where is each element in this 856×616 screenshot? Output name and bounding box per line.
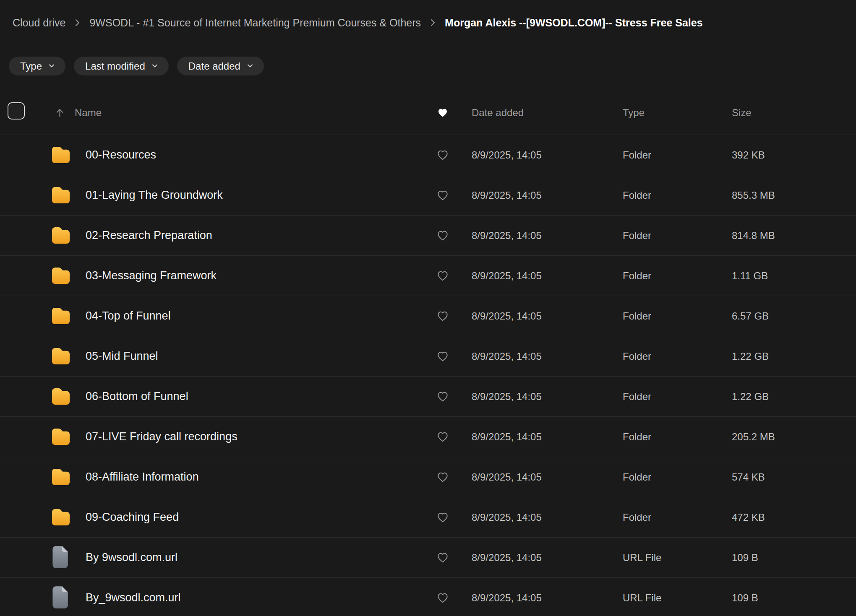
item-name: 04-Top of Funnel <box>73 309 437 322</box>
filter-type-label: Type <box>20 60 42 72</box>
favorite-heart-icon[interactable] <box>437 471 449 483</box>
folder-icon <box>51 226 71 245</box>
item-size: 109 B <box>732 552 856 564</box>
chevron-down-icon <box>246 60 254 72</box>
table-row[interactable]: 06-Bottom of Funnel 8/9/2025, 14:05 Fold… <box>0 376 856 416</box>
favorite-heart-icon[interactable] <box>437 431 449 443</box>
breadcrumb: Cloud drive 9WSODL - #1 Source of Intern… <box>13 15 848 31</box>
item-name: By 9wsodl.com.url <box>73 551 437 564</box>
item-name: 09-Coaching Feed <box>73 511 437 524</box>
item-size: 574 KB <box>732 471 856 483</box>
breadcrumb-item-parent-folder[interactable]: 9WSODL - #1 Source of Internet Marketing… <box>89 17 421 29</box>
table-row[interactable]: 04-Top of Funnel 8/9/2025, 14:05 Folder … <box>0 296 856 336</box>
table-header: Name Date added Type Size <box>0 96 856 135</box>
item-type: URL File <box>623 592 732 604</box>
favorite-heart-icon[interactable] <box>437 310 449 322</box>
table-row[interactable]: 00-Resources 8/9/2025, 14:05 Folder 392 … <box>0 135 856 175</box>
item-size: 814.8 MB <box>732 230 856 242</box>
table-row[interactable]: 05-Mid Funnel 8/9/2025, 14:05 Folder 1.2… <box>0 336 856 376</box>
folder-icon <box>51 145 71 165</box>
file-icon <box>51 585 69 610</box>
file-table: Name Date added Type Size 00-Resources <box>0 96 856 616</box>
favorite-heart-icon[interactable] <box>437 190 449 201</box>
filter-type-button[interactable]: Type <box>9 57 65 75</box>
item-type: Folder <box>623 310 732 322</box>
favorite-heart-icon[interactable] <box>437 351 449 362</box>
item-size: 1.11 GB <box>732 270 856 282</box>
favorite-heart-icon[interactable] <box>437 512 449 523</box>
item-type: Folder <box>623 351 732 362</box>
chevron-right-icon <box>74 18 81 28</box>
folder-icon <box>51 346 71 366</box>
item-name: 01-Laying The Groundwork <box>73 189 437 202</box>
item-size: 472 KB <box>732 512 856 523</box>
item-name: 03-Messaging Framework <box>73 269 437 282</box>
item-name: 06-Bottom of Funnel <box>73 390 437 403</box>
item-size: 392 KB <box>732 149 856 161</box>
filter-last-modified-button[interactable]: Last modified <box>74 57 169 75</box>
chevron-down-icon <box>151 60 159 72</box>
item-type: Folder <box>623 230 732 242</box>
item-name: 08-Affiliate Information <box>73 470 437 483</box>
column-header-name[interactable]: Name <box>75 107 437 119</box>
table-row[interactable]: 09-Coaching Feed 8/9/2025, 14:05 Folder … <box>0 497 856 537</box>
item-type: Folder <box>623 512 732 523</box>
item-date-added: 8/9/2025, 14:05 <box>472 431 623 443</box>
item-type: Folder <box>623 149 732 161</box>
item-size: 109 B <box>732 592 856 604</box>
folder-icon <box>51 427 71 447</box>
folder-icon <box>51 306 71 326</box>
item-date-added: 8/9/2025, 14:05 <box>472 270 623 282</box>
folder-icon <box>51 507 71 527</box>
item-date-added: 8/9/2025, 14:05 <box>472 190 623 201</box>
column-header-size[interactable]: Size <box>732 107 856 119</box>
item-size: 1.22 GB <box>732 391 856 403</box>
sort-ascending-icon[interactable] <box>55 108 73 118</box>
favorite-heart-icon[interactable] <box>437 270 449 282</box>
breadcrumb-item-current-folder: Morgan Alexis --[9WSODL.COM]-- Stress Fr… <box>445 17 702 29</box>
heart-icon <box>437 107 448 119</box>
table-row[interactable]: 01-Laying The Groundwork 8/9/2025, 14:05… <box>0 175 856 215</box>
item-date-added: 8/9/2025, 14:05 <box>472 512 623 523</box>
item-type: Folder <box>623 270 732 282</box>
column-header-type[interactable]: Type <box>623 107 732 119</box>
filter-date-added-button[interactable]: Date added <box>177 57 264 75</box>
table-row[interactable]: 08-Affiliate Information 8/9/2025, 14:05… <box>0 457 856 497</box>
favorite-heart-icon[interactable] <box>437 592 449 604</box>
item-name: 00-Resources <box>73 148 437 161</box>
item-name: By_9wsodl.com.url <box>73 591 437 604</box>
table-row[interactable]: 07-LIVE Friday call recordings 8/9/2025,… <box>0 416 856 457</box>
favorite-heart-icon[interactable] <box>437 391 449 403</box>
filter-last-modified-label: Last modified <box>85 60 145 72</box>
table-row[interactable]: By 9wsodl.com.url 8/9/2025, 14:05 URL Fi… <box>0 537 856 577</box>
item-name: 02-Research Preparation <box>73 229 437 242</box>
filter-bar: Type Last modified Date added <box>9 57 264 75</box>
column-header-date-added[interactable]: Date added <box>472 107 623 119</box>
file-icon <box>51 545 69 570</box>
table-row[interactable]: By_9wsodl.com.url 8/9/2025, 14:05 URL Fi… <box>0 577 856 616</box>
item-name: 05-Mid Funnel <box>73 350 437 363</box>
item-type: Folder <box>623 391 732 403</box>
item-type: Folder <box>623 431 732 443</box>
filter-date-added-label: Date added <box>188 60 240 72</box>
item-date-added: 8/9/2025, 14:05 <box>472 552 623 564</box>
breadcrumb-item-cloud-drive[interactable]: Cloud drive <box>13 17 65 29</box>
favorite-heart-icon[interactable] <box>437 552 449 564</box>
item-size: 855.3 MB <box>732 190 856 201</box>
folder-icon <box>51 266 71 286</box>
item-date-added: 8/9/2025, 14:05 <box>472 592 623 604</box>
table-row[interactable]: 02-Research Preparation 8/9/2025, 14:05 … <box>0 215 856 255</box>
favorite-heart-icon[interactable] <box>437 230 449 242</box>
table-row[interactable]: 03-Messaging Framework 8/9/2025, 14:05 F… <box>0 255 856 296</box>
favorite-heart-icon[interactable] <box>437 149 449 161</box>
chevron-down-icon <box>48 60 55 72</box>
item-date-added: 8/9/2025, 14:05 <box>472 310 623 322</box>
item-size: 205.2 MB <box>732 431 856 443</box>
item-date-added: 8/9/2025, 14:05 <box>472 351 623 362</box>
item-name: 07-LIVE Friday call recordings <box>73 430 437 443</box>
item-type: Folder <box>623 471 732 483</box>
item-type: URL File <box>623 552 732 564</box>
item-date-added: 8/9/2025, 14:05 <box>472 230 623 242</box>
file-list: 00-Resources 8/9/2025, 14:05 Folder 392 … <box>0 135 856 616</box>
item-size: 1.22 GB <box>732 351 856 362</box>
